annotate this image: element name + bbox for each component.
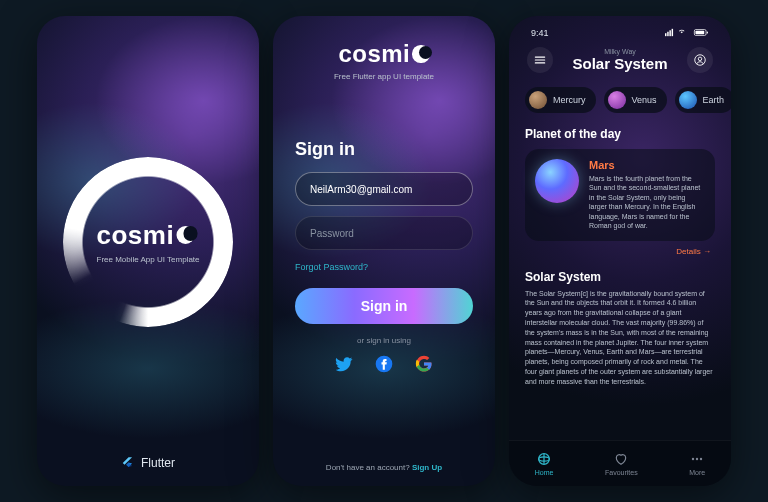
svg-rect-1 <box>665 33 666 36</box>
signup-link[interactable]: Sign Up <box>412 463 442 472</box>
signin-button[interactable]: Sign in <box>295 288 473 324</box>
nav-home[interactable]: Home <box>535 451 554 476</box>
potd-name: Mars <box>589 159 705 171</box>
status-time: 9:41 <box>531 28 549 39</box>
status-bar: 9:41 <box>525 26 715 45</box>
facebook-icon[interactable] <box>373 353 395 375</box>
planet-dot-icon <box>529 91 547 109</box>
svg-point-15 <box>700 458 702 460</box>
splash-screen: cosmi Free Mobile App UI Template Flutte… <box>37 16 259 486</box>
status-indicators <box>665 28 709 39</box>
details-link[interactable]: Details → <box>525 247 715 256</box>
planet-thumbnail <box>535 159 579 203</box>
page-title: Solar System <box>553 55 687 72</box>
forgot-password-link[interactable]: Forgot Password? <box>295 262 473 272</box>
nav-favourites[interactable]: Favourites <box>605 451 638 476</box>
signin-heading: Sign in <box>295 139 473 160</box>
svg-rect-6 <box>695 31 704 35</box>
planet-chip-earth[interactable]: Earth <box>675 87 731 113</box>
svg-rect-3 <box>669 30 670 36</box>
email-field[interactable]: NeilArm30@gmail.com <box>295 172 473 206</box>
potd-card[interactable]: Mars Mars is the fourth planet from the … <box>525 149 715 241</box>
signup-prompt: Don't have an account? Sign Up <box>273 463 495 472</box>
planet-chip-venus[interactable]: Venus <box>604 87 667 113</box>
potd-description: Mars is the fourth planet from the Sun a… <box>589 174 705 231</box>
password-field[interactable]: Password <box>295 216 473 250</box>
home-screen: 9:41 Milky Way Solar System MercuryVenus… <box>509 16 731 486</box>
user-icon <box>693 53 707 67</box>
svg-point-9 <box>698 57 702 61</box>
potd-heading: Planet of the day <box>525 127 715 141</box>
signin-subtitle: Free Flutter app UI template <box>295 72 473 81</box>
flutter-icon <box>121 456 135 470</box>
moon-icon <box>412 45 429 62</box>
flutter-badge: Flutter <box>37 456 259 470</box>
nav-more[interactable]: More <box>689 451 705 476</box>
planet-chips: MercuryVenusEarth <box>525 87 715 113</box>
svg-rect-4 <box>672 29 673 36</box>
moon-icon <box>176 226 195 245</box>
menu-button[interactable] <box>527 47 553 73</box>
planet-chip-mercury[interactable]: Mercury <box>525 87 596 113</box>
signin-screen: cosmi Free Flutter app UI template Sign … <box>273 16 495 486</box>
bottom-nav: HomeFavouritesMore <box>509 440 731 486</box>
splash-subtitle: Free Mobile App UI Template <box>96 255 199 264</box>
hamburger-icon <box>533 53 547 67</box>
google-icon[interactable] <box>413 353 435 375</box>
twitter-icon[interactable] <box>333 353 355 375</box>
svg-point-14 <box>696 458 698 460</box>
svg-rect-2 <box>667 32 668 36</box>
planet-dot-icon <box>608 91 626 109</box>
about-heading: Solar System <box>525 270 715 284</box>
about-text: The Solar System[c] is the gravitational… <box>525 289 715 387</box>
brand-logo: cosmi <box>96 220 199 251</box>
svg-rect-7 <box>707 31 708 33</box>
svg-point-13 <box>692 458 694 460</box>
breadcrumb: Milky Way <box>553 48 687 55</box>
or-divider: or sign in using <box>295 336 473 345</box>
brand-logo: cosmi <box>295 40 473 68</box>
planet-dot-icon <box>679 91 697 109</box>
profile-button[interactable] <box>687 47 713 73</box>
